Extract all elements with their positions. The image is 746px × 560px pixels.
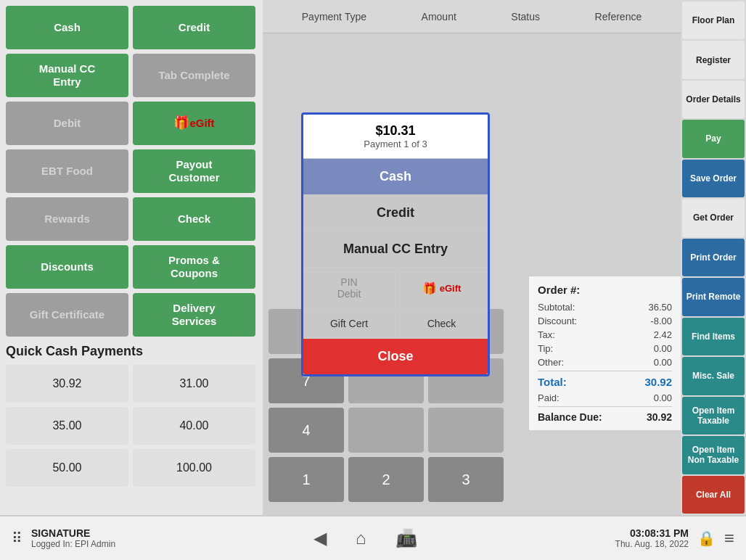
lock-icon[interactable]: 🔒 bbox=[697, 530, 716, 547]
sidebar-btn-print-remote[interactable]: Print Remote bbox=[682, 278, 745, 316]
register-icon[interactable]: 📠 bbox=[395, 528, 417, 548]
popup-sub-grid: PINDebit 🎁 eGift bbox=[303, 268, 488, 309]
quick-cash-section: Quick Cash Payments 30.9231.0035.0040.00… bbox=[6, 344, 255, 487]
payment-button-grid: CashCreditManual CCEntryTab CompleteDebi… bbox=[6, 6, 255, 337]
order-row-discount: Discount:-8.00 bbox=[538, 316, 672, 326]
table-header-reference: Reference bbox=[595, 11, 642, 22]
balance-label: Balance Due: bbox=[538, 411, 602, 423]
popup-credit-option[interactable]: Credit bbox=[303, 195, 488, 231]
app-name: SIGNATURE bbox=[31, 527, 115, 539]
paid-value: 0.00 bbox=[654, 392, 672, 403]
order-balance-row: Balance Due: 30.92 bbox=[538, 406, 672, 423]
sidebar-btn-pay[interactable]: Pay bbox=[682, 120, 745, 157]
pay-btn-credit[interactable]: Credit bbox=[133, 6, 255, 49]
pay-btn-promos-coupons[interactable]: Promos &Coupons bbox=[133, 245, 255, 289]
current-date: Thu. Aug. 18, 2022 bbox=[615, 539, 689, 549]
pay-btn-rewards[interactable]: Rewards bbox=[6, 197, 128, 241]
popup-gift-cert-btn[interactable]: Gift Cert bbox=[303, 309, 395, 338]
pay-btn-payout-customer[interactable]: PayoutCustomer bbox=[133, 149, 255, 193]
popup-payment-info: Payment 1 of 3 bbox=[312, 139, 479, 149]
balance-value: 30.92 bbox=[647, 411, 672, 423]
bottom-center: ◀ ⌂ 📠 bbox=[115, 528, 615, 548]
order-row-subtotal: Subtotal:36.50 bbox=[538, 302, 672, 313]
numpad-btn-1[interactable]: 1 bbox=[269, 457, 344, 502]
total-value: 30.92 bbox=[644, 376, 672, 388]
pay-btn-egift[interactable]: 🎁eGift bbox=[133, 102, 255, 145]
popup-cash-option[interactable]: Cash bbox=[303, 159, 488, 195]
popup-amount-area: $10.31 Payment 1 of 3 bbox=[303, 115, 488, 159]
right-sidebar: Floor PlanRegisterOrder DetailsPaySave O… bbox=[681, 0, 746, 515]
pay-btn-tab-complete[interactable]: Tab Complete bbox=[133, 54, 255, 97]
pay-btn-discounts[interactable]: Discounts bbox=[6, 245, 128, 289]
bottom-bar: ⠿ SIGNATURE Logged In: EPI Admin ◀ ⌂ 📠 0… bbox=[0, 515, 746, 560]
payment-table-header: Payment TypeAmountStatusReference bbox=[263, 0, 681, 33]
pay-btn-check[interactable]: Check bbox=[133, 197, 255, 241]
logged-in: Logged In: EPI Admin bbox=[31, 539, 115, 549]
popup-check-btn[interactable]: Check bbox=[395, 309, 488, 338]
payment-popup: $10.31 Payment 1 of 3 Cash Credit Manual… bbox=[301, 112, 490, 376]
quick-cash-btn-30.92[interactable]: 30.92 bbox=[6, 365, 128, 403]
order-summary: Order #: Subtotal:36.50Discount:-8.00Tax… bbox=[528, 276, 681, 430]
sidebar-btn-clear-all[interactable]: Clear All bbox=[682, 476, 745, 514]
back-icon[interactable]: ◀ bbox=[313, 528, 327, 548]
popup-pin-debit-btn[interactable]: PINDebit bbox=[303, 268, 395, 308]
pay-btn-debit[interactable]: Debit bbox=[6, 102, 128, 145]
gift-cert-label: Gift Cert bbox=[330, 318, 368, 329]
grid-icon: ⠿ bbox=[12, 530, 22, 547]
current-time: 03:08:31 PM bbox=[615, 527, 689, 539]
popup-manual-cc-option[interactable]: Manual CC Entry bbox=[303, 231, 488, 268]
order-row-other: Other:0.00 bbox=[538, 357, 672, 368]
total-label: Total: bbox=[538, 376, 567, 388]
quick-cash-btn-35.00[interactable]: 35.00 bbox=[6, 407, 128, 445]
order-title: Order #: bbox=[538, 284, 672, 296]
sidebar-btn-order-details[interactable]: Order Details bbox=[682, 81, 745, 118]
table-header-amount: Amount bbox=[422, 11, 456, 22]
sidebar-btn-register[interactable]: Register bbox=[682, 41, 745, 78]
egift-label: eGift bbox=[440, 283, 462, 294]
order-row-tip: Tip:0.00 bbox=[538, 343, 672, 354]
sidebar-btn-print-order[interactable]: Print Order bbox=[682, 239, 745, 276]
order-total-row: Total: 30.92 bbox=[538, 371, 672, 388]
numpad-btn-3[interactable]: 3 bbox=[428, 457, 504, 502]
numpad-btn-4[interactable]: 4 bbox=[269, 408, 344, 453]
app-info: SIGNATURE Logged In: EPI Admin bbox=[31, 527, 115, 549]
numpad-btn-empty-8[interactable] bbox=[428, 408, 504, 453]
popup-close-button[interactable]: Close bbox=[303, 339, 488, 374]
bottom-right: 03:08:31 PM Thu. Aug. 18, 2022 🔒 ≡ bbox=[615, 527, 734, 549]
quick-cash-btn-100.00[interactable]: 100.00 bbox=[133, 449, 255, 487]
order-paid-row: Paid: 0.00 bbox=[538, 392, 672, 403]
sidebar-btn-get-order[interactable]: Get Order bbox=[682, 199, 745, 236]
paid-label: Paid: bbox=[538, 392, 560, 403]
time-date: 03:08:31 PM Thu. Aug. 18, 2022 bbox=[615, 527, 689, 549]
numpad-btn-empty-7[interactable] bbox=[348, 408, 424, 453]
check-label: Check bbox=[427, 318, 456, 329]
quick-cash-btn-50.00[interactable]: 50.00 bbox=[6, 449, 128, 487]
pay-btn-manual-cc[interactable]: Manual CCEntry bbox=[6, 54, 128, 97]
menu-icon[interactable]: ≡ bbox=[724, 528, 734, 548]
sidebar-btn-open-item-taxable[interactable]: Open Item Taxable bbox=[682, 397, 745, 435]
home-icon[interactable]: ⌂ bbox=[356, 528, 366, 548]
sidebar-btn-find-items[interactable]: Find Items bbox=[682, 318, 745, 355]
sidebar-btn-save-order[interactable]: Save Order bbox=[682, 160, 745, 197]
pay-btn-delivery-services[interactable]: DeliveryServices bbox=[133, 293, 255, 337]
popup-egift-btn[interactable]: 🎁 eGift bbox=[395, 268, 488, 308]
sidebar-btn-floor-plan[interactable]: Floor Plan bbox=[682, 1, 745, 39]
pay-btn-cash[interactable]: Cash bbox=[6, 6, 128, 49]
left-panel: CashCreditManual CCEntryTab CompleteDebi… bbox=[0, 0, 261, 515]
quick-cash-title: Quick Cash Payments bbox=[6, 344, 255, 359]
table-header-status: Status bbox=[511, 11, 540, 22]
quick-cash-grid: 30.9231.0035.0040.0050.00100.00 bbox=[6, 365, 255, 487]
order-row-tax: Tax:2.42 bbox=[538, 329, 672, 340]
numpad-btn-2[interactable]: 2 bbox=[348, 457, 424, 502]
table-header-payment-type: Payment Type bbox=[302, 11, 366, 22]
sidebar-btn-misc-sale[interactable]: Misc. Sale bbox=[682, 357, 745, 395]
quick-cash-btn-31.00[interactable]: 31.00 bbox=[133, 365, 255, 403]
pay-btn-ebt-food[interactable]: EBT Food bbox=[6, 149, 128, 193]
bottom-left: ⠿ SIGNATURE Logged In: EPI Admin bbox=[12, 527, 115, 549]
pay-btn-gift-cert[interactable]: Gift Certificate bbox=[6, 293, 128, 337]
popup-amount: $10.31 bbox=[312, 123, 479, 139]
popup-bottom-grid: Gift Cert Check bbox=[303, 309, 488, 339]
sidebar-btn-open-item-non-taxable[interactable]: Open Item Non Taxable bbox=[682, 436, 745, 474]
quick-cash-btn-40.00[interactable]: 40.00 bbox=[133, 407, 255, 445]
pin-debit-label: PINDebit bbox=[337, 276, 361, 300]
